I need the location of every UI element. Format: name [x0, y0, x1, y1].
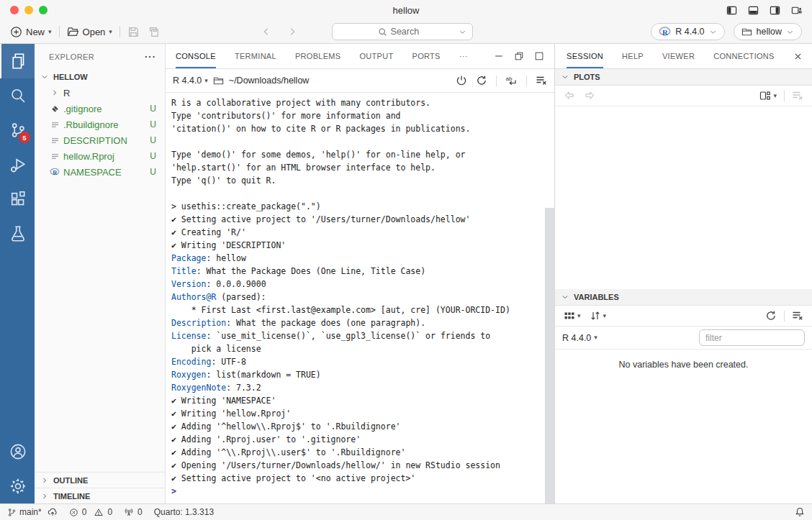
activity-search[interactable]: [0, 78, 35, 113]
console-line: >: [171, 485, 540, 498]
git-status-badge: U: [150, 135, 156, 145]
outline-section-header[interactable]: OUTLINE: [35, 472, 165, 488]
workspace-selector[interactable]: hellow: [734, 23, 802, 40]
chevron-down-icon: ▾: [48, 29, 52, 35]
activity-extensions[interactable]: [0, 182, 35, 216]
variables-section-header[interactable]: VARIABLES: [555, 289, 812, 306]
back-icon[interactable]: [261, 27, 271, 37]
tabs-overflow-icon[interactable]: ···: [459, 44, 468, 68]
activity-run-debug[interactable]: [0, 147, 35, 182]
restart-console-icon[interactable]: [476, 75, 487, 86]
variables-title: VARIABLES: [574, 293, 619, 301]
r-file-icon: R: [49, 168, 60, 176]
console-line: Authors@R (parsed):: [171, 291, 540, 304]
toggle-sidebar-icon[interactable]: [726, 5, 737, 16]
console-line: 'citation()' on how to cite R or R packa…: [171, 122, 540, 135]
console-line: ✔ Creating 'R/': [171, 226, 540, 239]
console-line: ✔ Setting active project to '<no active …: [171, 472, 540, 485]
console-line: [171, 187, 540, 200]
console-line: ✔ Writing 'DESCRIPTION': [171, 239, 540, 252]
save-icon[interactable]: [127, 26, 140, 38]
forward-icon[interactable]: [287, 27, 297, 37]
refresh-variables-icon[interactable]: [765, 310, 777, 321]
customize-layout-icon[interactable]: [791, 5, 802, 16]
folder-icon: [741, 27, 752, 37]
file-row-rproj[interactable]: hellow.Rproj U: [35, 148, 165, 164]
new-button[interactable]: New ▾: [10, 26, 52, 38]
open-button[interactable]: Open ▾: [67, 26, 112, 38]
variables-sort-selector[interactable]: ▾: [590, 310, 607, 321]
file-row-description[interactable]: DESCRIPTION U: [35, 132, 165, 148]
console-scrollbar[interactable]: [545, 208, 554, 503]
problems-item[interactable]: 0 0: [69, 507, 112, 517]
gear-icon: [9, 478, 27, 495]
console-interpreter-selector[interactable]: R 4.4.0 ▾: [173, 76, 208, 86]
chevron-down-icon: ▾: [603, 313, 607, 319]
files-icon: [9, 53, 27, 70]
svg-text:ab: ab: [506, 76, 513, 82]
plot-layout-selector[interactable]: ▾: [759, 90, 777, 101]
close-icon[interactable]: [793, 44, 803, 68]
tree-root-hellow[interactable]: HELLOW: [35, 69, 165, 85]
plots-section-header[interactable]: PLOTS: [555, 69, 812, 86]
activity-testing[interactable]: [0, 216, 35, 251]
file-row-gitignore[interactable]: .gitignore U: [35, 101, 165, 117]
shutdown-console-icon[interactable]: [456, 75, 467, 86]
tab-session[interactable]: SESSION: [567, 44, 603, 68]
clear-plots-icon[interactable]: [792, 90, 803, 101]
panel-tabs: CONSOLE TERMINAL PROBLEMS OUTPUT PORTS ·…: [166, 44, 554, 69]
branch-icon: [7, 508, 17, 517]
minimize-panel-icon[interactable]: [494, 51, 504, 61]
maximize-panel-icon[interactable]: [534, 51, 544, 61]
search-input[interactable]: Search: [332, 23, 473, 40]
more-actions-icon[interactable]: ···: [145, 51, 156, 62]
tab-output[interactable]: OUTPUT: [359, 44, 393, 68]
save-all-icon[interactable]: [148, 26, 161, 38]
console-output[interactable]: R is a collaborative project with many c…: [166, 93, 554, 498]
tab-terminal[interactable]: TERMINAL: [235, 44, 276, 68]
tab-viewer[interactable]: VIEWER: [662, 44, 695, 68]
window-title: hellow: [0, 5, 812, 16]
plus-circle-icon: [10, 26, 22, 38]
activity-source-control[interactable]: 5: [0, 113, 35, 147]
file-row-namespace[interactable]: R NAMESPACE U: [35, 164, 165, 180]
clear-console-icon[interactable]: [536, 75, 547, 86]
console-panel: CONSOLE TERMINAL PROBLEMS OUTPUT PORTS ·…: [166, 44, 554, 503]
variables-interpreter-selector[interactable]: R 4.4.0 ▾: [562, 333, 597, 343]
ports-item[interactable]: 0: [124, 507, 143, 517]
interpreter-label: R 4.4.0: [675, 27, 704, 37]
toggle-panel-icon[interactable]: [748, 5, 759, 16]
variables-grouping-selector[interactable]: ▾: [564, 310, 581, 321]
activity-explorer[interactable]: [0, 44, 35, 78]
interpreter-selector[interactable]: R R 4.4.0: [651, 23, 724, 40]
quarto-item[interactable]: Quarto: 1.3.313: [154, 507, 214, 517]
tab-problems[interactable]: PROBLEMS: [295, 44, 341, 68]
console-line: Description: What the package does (one …: [171, 316, 540, 329]
restore-panel-icon[interactable]: [514, 51, 524, 61]
tab-help[interactable]: HELP: [622, 44, 644, 68]
next-plot-icon[interactable]: [584, 90, 595, 101]
previous-plot-icon[interactable]: [564, 90, 575, 101]
run-debug-icon: [9, 156, 27, 173]
notifications-bell-icon[interactable]: [795, 507, 805, 517]
console-line: Version: 0.0.0.9000: [171, 278, 540, 291]
tab-connections[interactable]: CONNECTIONS: [713, 44, 775, 68]
activity-settings[interactable]: [0, 469, 35, 503]
chevron-down-icon: [39, 73, 50, 81]
tab-console[interactable]: CONSOLE: [176, 44, 216, 68]
tab-ports[interactable]: PORTS: [412, 44, 441, 68]
beaker-icon: [9, 225, 27, 242]
file-row-rbuildignore[interactable]: .Rbuildignore U: [35, 117, 165, 132]
git-status-badge: U: [150, 151, 156, 161]
activity-account[interactable]: [0, 434, 35, 469]
toggle-secondary-sidebar-icon[interactable]: [770, 5, 780, 16]
ab-enter-icon[interactable]: ab: [505, 75, 518, 86]
clear-variables-icon[interactable]: [792, 310, 803, 321]
console-line: Package: hellow: [171, 252, 540, 265]
status-bar: main* 0 0 0 Quarto: 1.3.313: [0, 503, 812, 520]
file-row-r-folder[interactable]: R: [35, 85, 165, 101]
git-branch-item[interactable]: main*: [7, 507, 58, 517]
console-line: Roxygen: list(markdown = TRUE): [171, 368, 540, 381]
timeline-section-header[interactable]: TIMELINE: [35, 488, 165, 503]
variables-filter-input[interactable]: [699, 329, 805, 346]
